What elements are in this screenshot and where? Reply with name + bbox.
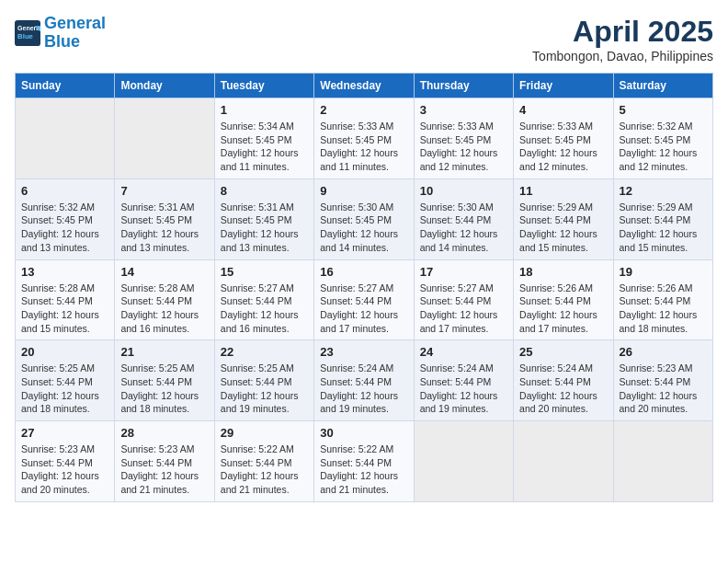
- day-cell: 25Sunrise: 5:24 AMSunset: 5:44 PMDayligh…: [514, 340, 613, 421]
- day-cell: 11Sunrise: 5:29 AMSunset: 5:44 PMDayligh…: [514, 178, 613, 259]
- day-cell: [414, 421, 513, 502]
- day-number: 29: [221, 426, 308, 440]
- svg-text:Blue: Blue: [17, 32, 34, 40]
- day-number: 15: [221, 265, 308, 279]
- day-info: Sunrise: 5:27 AMSunset: 5:44 PMDaylight:…: [221, 282, 308, 336]
- week-row-5: 27Sunrise: 5:23 AMSunset: 5:44 PMDayligh…: [16, 421, 713, 502]
- day-cell: 22Sunrise: 5:25 AMSunset: 5:44 PMDayligh…: [214, 340, 313, 421]
- title-area: April 2025 Tombongon, Davao, Philippines: [532, 15, 713, 63]
- day-cell: [115, 98, 214, 179]
- day-info: Sunrise: 5:24 AMSunset: 5:44 PMDaylight:…: [519, 362, 607, 416]
- day-cell: 13Sunrise: 5:28 AMSunset: 5:44 PMDayligh…: [16, 259, 115, 340]
- day-info: Sunrise: 5:32 AMSunset: 5:45 PMDaylight:…: [21, 201, 108, 255]
- day-cell: 8Sunrise: 5:31 AMSunset: 5:45 PMDaylight…: [214, 178, 313, 259]
- day-cell: 19Sunrise: 5:26 AMSunset: 5:44 PMDayligh…: [613, 259, 712, 340]
- day-cell: 9Sunrise: 5:30 AMSunset: 5:45 PMDaylight…: [314, 178, 414, 259]
- day-info: Sunrise: 5:29 AMSunset: 5:44 PMDaylight:…: [519, 201, 607, 255]
- day-number: 7: [120, 184, 208, 198]
- day-cell: 16Sunrise: 5:27 AMSunset: 5:44 PMDayligh…: [314, 259, 414, 340]
- day-cell: 27Sunrise: 5:23 AMSunset: 5:44 PMDayligh…: [16, 421, 115, 502]
- day-info: Sunrise: 5:23 AMSunset: 5:44 PMDaylight:…: [21, 442, 108, 497]
- day-info: Sunrise: 5:23 AMSunset: 5:44 PMDaylight:…: [120, 442, 208, 497]
- day-cell: 24Sunrise: 5:24 AMSunset: 5:44 PMDayligh…: [414, 340, 513, 421]
- day-number: 21: [120, 345, 208, 359]
- day-cell: 14Sunrise: 5:28 AMSunset: 5:44 PMDayligh…: [115, 259, 214, 340]
- day-number: 9: [320, 184, 407, 198]
- day-info: Sunrise: 5:32 AMSunset: 5:45 PMDaylight:…: [620, 120, 707, 174]
- col-header-monday: Monday: [115, 74, 214, 98]
- col-header-saturday: Saturday: [613, 74, 712, 98]
- day-cell: 6Sunrise: 5:32 AMSunset: 5:45 PMDaylight…: [16, 178, 115, 259]
- day-number: 27: [21, 426, 108, 440]
- day-number: 24: [420, 345, 507, 359]
- day-number: 14: [120, 265, 208, 279]
- col-header-friday: Friday: [514, 74, 613, 98]
- day-number: 28: [120, 426, 208, 440]
- day-cell: 12Sunrise: 5:29 AMSunset: 5:44 PMDayligh…: [613, 178, 712, 259]
- day-info: Sunrise: 5:30 AMSunset: 5:44 PMDaylight:…: [420, 201, 507, 255]
- day-cell: 1Sunrise: 5:34 AMSunset: 5:45 PMDaylight…: [214, 98, 313, 179]
- calendar-subtitle: Tombongon, Davao, Philippines: [532, 49, 713, 63]
- day-cell: 4Sunrise: 5:33 AMSunset: 5:45 PMDaylight…: [514, 98, 613, 179]
- day-cell: [16, 98, 115, 179]
- day-number: 4: [519, 103, 607, 117]
- day-cell: 10Sunrise: 5:30 AMSunset: 5:44 PMDayligh…: [414, 178, 513, 259]
- calendar-header-row: SundayMondayTuesdayWednesdayThursdayFrid…: [16, 74, 713, 98]
- day-info: Sunrise: 5:24 AMSunset: 5:44 PMDaylight:…: [420, 362, 507, 416]
- day-cell: 26Sunrise: 5:23 AMSunset: 5:44 PMDayligh…: [613, 340, 712, 421]
- day-info: Sunrise: 5:22 AMSunset: 5:44 PMDaylight:…: [221, 442, 308, 497]
- day-cell: 7Sunrise: 5:31 AMSunset: 5:45 PMDaylight…: [115, 178, 214, 259]
- calendar-table: SundayMondayTuesdayWednesdayThursdayFrid…: [15, 73, 713, 502]
- day-info: Sunrise: 5:26 AMSunset: 5:44 PMDaylight:…: [519, 282, 607, 336]
- day-info: Sunrise: 5:30 AMSunset: 5:45 PMDaylight:…: [320, 201, 407, 255]
- day-info: Sunrise: 5:31 AMSunset: 5:45 PMDaylight:…: [120, 201, 208, 255]
- day-number: 10: [420, 184, 507, 198]
- day-info: Sunrise: 5:23 AMSunset: 5:44 PMDaylight:…: [620, 362, 707, 416]
- day-info: Sunrise: 5:25 AMSunset: 5:44 PMDaylight:…: [120, 362, 208, 416]
- day-info: Sunrise: 5:27 AMSunset: 5:44 PMDaylight:…: [320, 282, 407, 336]
- day-number: 19: [620, 265, 707, 279]
- day-info: Sunrise: 5:26 AMSunset: 5:44 PMDaylight:…: [620, 282, 707, 336]
- day-number: 17: [420, 265, 507, 279]
- col-header-tuesday: Tuesday: [214, 74, 313, 98]
- day-cell: 17Sunrise: 5:27 AMSunset: 5:44 PMDayligh…: [414, 259, 513, 340]
- day-info: Sunrise: 5:29 AMSunset: 5:44 PMDaylight:…: [620, 201, 707, 255]
- day-info: Sunrise: 5:33 AMSunset: 5:45 PMDaylight:…: [420, 120, 507, 174]
- day-number: 11: [519, 184, 607, 198]
- day-number: 12: [620, 184, 707, 198]
- day-info: Sunrise: 5:33 AMSunset: 5:45 PMDaylight:…: [519, 120, 607, 174]
- day-info: Sunrise: 5:22 AMSunset: 5:44 PMDaylight:…: [320, 442, 407, 497]
- calendar-title: April 2025: [532, 15, 713, 49]
- day-info: Sunrise: 5:27 AMSunset: 5:44 PMDaylight:…: [420, 282, 507, 336]
- col-header-sunday: Sunday: [16, 74, 115, 98]
- day-info: Sunrise: 5:28 AMSunset: 5:44 PMDaylight:…: [21, 282, 108, 336]
- day-cell: 30Sunrise: 5:22 AMSunset: 5:44 PMDayligh…: [314, 421, 414, 502]
- day-number: 3: [420, 103, 507, 117]
- day-info: Sunrise: 5:25 AMSunset: 5:44 PMDaylight:…: [21, 362, 108, 416]
- day-number: 25: [519, 345, 607, 359]
- header: General Blue GeneralBlue April 2025 Tomb…: [15, 15, 713, 63]
- day-number: 8: [221, 184, 308, 198]
- day-number: 20: [21, 345, 108, 359]
- day-cell: 28Sunrise: 5:23 AMSunset: 5:44 PMDayligh…: [115, 421, 214, 502]
- week-row-4: 20Sunrise: 5:25 AMSunset: 5:44 PMDayligh…: [16, 340, 713, 421]
- day-cell: [613, 421, 712, 502]
- logo: General Blue GeneralBlue: [15, 15, 106, 52]
- col-header-thursday: Thursday: [414, 74, 513, 98]
- day-cell: 20Sunrise: 5:25 AMSunset: 5:44 PMDayligh…: [16, 340, 115, 421]
- day-info: Sunrise: 5:25 AMSunset: 5:44 PMDaylight:…: [221, 362, 308, 416]
- day-number: 23: [320, 345, 407, 359]
- day-number: 5: [620, 103, 707, 117]
- day-cell: [514, 421, 613, 502]
- logo-name: GeneralBlue: [44, 15, 106, 52]
- day-number: 13: [21, 265, 108, 279]
- day-cell: 15Sunrise: 5:27 AMSunset: 5:44 PMDayligh…: [214, 259, 313, 340]
- day-cell: 29Sunrise: 5:22 AMSunset: 5:44 PMDayligh…: [214, 421, 313, 502]
- day-number: 16: [320, 265, 407, 279]
- logo-icon: General Blue: [15, 20, 40, 46]
- day-info: Sunrise: 5:31 AMSunset: 5:45 PMDaylight:…: [221, 201, 308, 255]
- day-number: 1: [221, 103, 308, 117]
- day-cell: 3Sunrise: 5:33 AMSunset: 5:45 PMDaylight…: [414, 98, 513, 179]
- day-cell: 21Sunrise: 5:25 AMSunset: 5:44 PMDayligh…: [115, 340, 214, 421]
- day-info: Sunrise: 5:34 AMSunset: 5:45 PMDaylight:…: [221, 120, 308, 174]
